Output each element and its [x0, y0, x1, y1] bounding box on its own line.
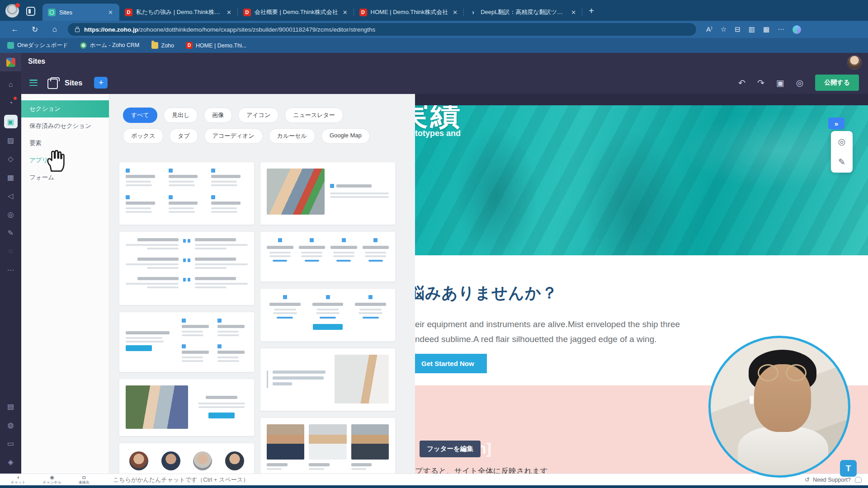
filter-chip[interactable]: タブ — [170, 128, 198, 144]
tags-icon[interactable]: ◈ — [4, 455, 18, 469]
section-template-photos-3[interactable] — [260, 418, 396, 474]
quick-tools-card: ◎ ✎ — [831, 131, 853, 173]
section-template-feature-columns-4[interactable] — [260, 231, 396, 282]
extension-t-badge[interactable]: T — [840, 460, 857, 477]
dock-channels[interactable]: ◉チャンネル — [43, 475, 61, 485]
campaigns-icon[interactable]: ◁ — [4, 189, 18, 202]
zia-search-icon[interactable]: ◍ — [4, 418, 18, 432]
need-support[interactable]: ↺ Need Support? — [805, 476, 868, 483]
sign-icon[interactable]: ✎ — [4, 226, 18, 239]
read-aloud-icon[interactable]: A⁾ — [706, 25, 712, 33]
tab-close-icon[interactable]: ✕ — [107, 9, 114, 16]
bookmark-item[interactable]: Oneダッシュボード — [7, 42, 68, 49]
dock-contacts[interactable]: ◘連絡先 — [79, 475, 90, 485]
ellipsis-icon[interactable]: ⋯ — [778, 25, 784, 33]
filter-chip[interactable]: すべて — [123, 108, 157, 123]
tab-close-icon[interactable]: ✕ — [452, 9, 458, 16]
hero-subtext: totypes and — [415, 129, 461, 138]
publish-button[interactable]: 公開する — [815, 75, 859, 91]
tab-close-icon[interactable]: ✕ — [342, 9, 349, 16]
calendar-icon[interactable]: ▭ — [4, 436, 18, 450]
chat-input[interactable] — [113, 476, 805, 483]
panel-item-0[interactable]: セクション — [21, 100, 109, 117]
section-template-timeline[interactable] — [119, 231, 255, 305]
section-template-text-plus-features[interactable] — [119, 312, 255, 372]
back-icon[interactable]: ← — [10, 25, 20, 34]
bookmark-item[interactable]: Zoho — [151, 42, 175, 49]
webcam-overlay — [708, 336, 850, 478]
add-site-button[interactable]: + — [94, 77, 108, 89]
new-tab-button[interactable]: + — [589, 6, 594, 16]
browser-tab[interactable]: D私たちの強み | Demo.Think株式…✕ — [119, 4, 238, 21]
favorites-icon[interactable]: ☆ — [721, 25, 726, 33]
menu-icon[interactable] — [29, 80, 38, 86]
glasses-right-lens — [786, 364, 807, 381]
section-template-quote-image-right[interactable] — [260, 348, 396, 411]
browser-tab[interactable]: D会社概要 | Demo.Think株式会社✕ — [238, 4, 354, 21]
workspaces-icon[interactable] — [26, 7, 35, 16]
zoho-one-logo[interactable] — [0, 53, 21, 71]
edit-note-icon[interactable]: ✎ — [838, 157, 845, 167]
edit-footer-button[interactable]: フッターを編集 — [420, 441, 481, 457]
filter-chip[interactable]: アコーディオン — [204, 128, 263, 144]
tab-close-icon[interactable]: ✕ — [226, 9, 232, 16]
bookmark-item[interactable]: ホーム - Zoho CRM — [80, 42, 140, 49]
get-started-button[interactable]: Get Started Now — [415, 354, 487, 373]
filter-chip[interactable]: アイコン — [238, 108, 278, 123]
preview-icon[interactable]: ◎ — [796, 78, 804, 88]
hero-section[interactable]: 実績 totypes and — [415, 105, 868, 255]
search-people-icon[interactable]: ◌ — [4, 244, 18, 258]
filter-chip[interactable]: ボックス — [123, 128, 163, 144]
filter-chip[interactable]: 画像 — [204, 108, 232, 123]
copilot-icon[interactable] — [793, 25, 801, 34]
home-icon[interactable]: ⌂ — [4, 78, 18, 91]
section-template-feature-columns-3-button[interactable] — [260, 288, 396, 342]
user-avatar[interactable] — [847, 55, 862, 70]
sites-icon[interactable]: ▣ — [4, 115, 18, 128]
deepl-favicon: › — [469, 9, 477, 16]
filter-chip[interactable]: ニュースレター — [285, 108, 343, 123]
browser-tab[interactable]: Sites✕ — [42, 4, 119, 21]
save-icon[interactable]: ▣ — [776, 78, 784, 88]
notifications-icon[interactable]: ◔ — [4, 96, 18, 110]
section-template-avatars-4[interactable] — [119, 443, 255, 474]
browser-toolbar: ← ↻ ⌂ https://one.zoho.jp/zohoone/dotthi… — [0, 21, 868, 38]
redo-icon[interactable]: ↷ — [757, 78, 764, 88]
split-screen-icon[interactable]: ⊟ — [735, 25, 741, 33]
cliq-chat-bar: ◖チャット◉チャンネル◘連絡先 ↺ Need Support? — [0, 474, 868, 485]
template-column-left — [119, 162, 255, 474]
filter-chip[interactable]: カルーセル — [269, 128, 315, 144]
browser-essentials-icon[interactable]: ▦ — [763, 25, 769, 33]
collapse-panel-button[interactable]: » — [828, 117, 844, 129]
ghost-icon[interactable] — [855, 477, 862, 483]
browser-tab[interactable]: ›DeepL翻訳：高精度な翻訳ツール✕ — [464, 4, 582, 21]
refresh-icon[interactable]: ↻ — [30, 25, 40, 34]
deals-icon[interactable]: ◇ — [4, 152, 18, 165]
goal-target-icon[interactable]: ◎ — [838, 136, 846, 147]
browser-tab[interactable]: DHOME | Demo.Think株式会社✕ — [354, 4, 464, 21]
browser-profile-avatar[interactable] — [5, 4, 19, 18]
address-bar[interactable]: https://one.zoho.jp/zohoone/dotthinkdemo… — [68, 23, 696, 36]
dock-chat[interactable]: ◖チャット — [11, 475, 26, 485]
section-template-features-grid-6[interactable] — [119, 162, 255, 225]
section-template-image-left-text-button[interactable] — [119, 379, 255, 436]
panel-item-1[interactable]: 保存済みのセクション — [21, 117, 109, 135]
section-template-grid — [119, 162, 415, 474]
section-heading: 悩みありませんか？ — [415, 282, 558, 304]
tab-close-icon[interactable]: ✕ — [570, 9, 577, 16]
filter-chip[interactable]: 見出し — [164, 108, 198, 123]
home-icon[interactable]: ⌂ — [50, 25, 60, 34]
files-icon[interactable]: ▤ — [4, 399, 18, 413]
media-icon[interactable]: ▨ — [4, 133, 18, 147]
more-icon[interactable]: ⋯ — [4, 263, 18, 277]
undo-icon[interactable]: ↶ — [738, 78, 745, 88]
url-text: https://one.zoho.jp/zohoone/dotthinkdemo… — [84, 26, 375, 33]
apps-icon[interactable]: ▦ — [4, 170, 18, 184]
filter-chip[interactable]: Google Map — [321, 128, 370, 144]
chat-dock: ◖チャット◉チャンネル◘連絡先 — [0, 475, 113, 485]
zoho-sites-favicon — [48, 9, 56, 16]
bookmark-item[interactable]: DHOME | Demo.Thi... — [186, 42, 246, 49]
collections-icon[interactable]: ▥ — [749, 25, 755, 33]
places-icon[interactable]: ◎ — [4, 207, 18, 221]
section-template-image-left-text[interactable] — [260, 162, 396, 225]
